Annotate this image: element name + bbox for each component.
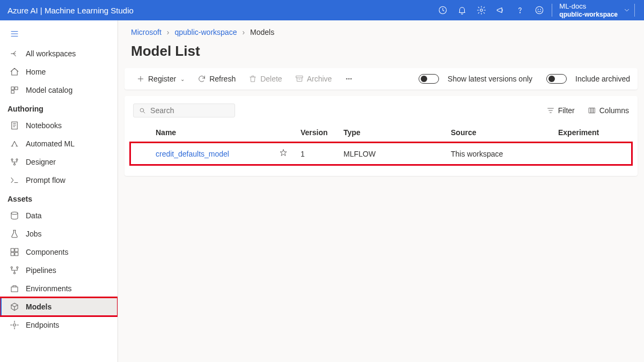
sidebar-section-authoring: Authoring bbox=[0, 99, 118, 116]
sidebar-item-label: Home bbox=[26, 68, 46, 76]
svg-point-13 bbox=[11, 212, 18, 215]
toggle-include-archived[interactable] bbox=[546, 74, 567, 84]
toggle-label: Include archived bbox=[575, 75, 630, 83]
model-link[interactable]: credit_defaults_model bbox=[156, 150, 229, 158]
components-icon bbox=[10, 247, 19, 257]
svg-rect-14 bbox=[11, 248, 14, 252]
automl-icon bbox=[10, 139, 19, 149]
svg-rect-21 bbox=[11, 287, 18, 292]
help-icon[interactable] bbox=[511, 2, 529, 19]
sidebar-item-promptflow[interactable]: Prompt flow bbox=[0, 171, 118, 189]
refresh-button[interactable]: Refresh bbox=[193, 71, 240, 86]
search-input[interactable] bbox=[150, 106, 229, 115]
environment-icon bbox=[10, 284, 19, 293]
cell-type: MLFLOW bbox=[337, 142, 444, 165]
col-source[interactable]: Source bbox=[444, 123, 552, 142]
col-version[interactable]: Version bbox=[294, 123, 337, 142]
archive-button: Archive bbox=[291, 71, 336, 86]
col-type[interactable]: Type bbox=[337, 123, 444, 142]
register-button[interactable]: Register ⌄ bbox=[132, 71, 189, 86]
sidebar-item-models[interactable]: Models bbox=[0, 298, 118, 316]
workspace-picker[interactable]: ML-docs qpublic-workspace bbox=[556, 2, 631, 18]
sidebar-item-jobs[interactable]: Jobs bbox=[0, 225, 118, 243]
more-button[interactable] bbox=[340, 71, 357, 86]
svg-point-1 bbox=[480, 9, 483, 12]
sidebar-item-environments[interactable]: Environments bbox=[0, 279, 118, 298]
star-icon bbox=[279, 149, 288, 157]
sidebar-item-label: Environments bbox=[26, 284, 72, 293]
sidebar-item-designer[interactable]: Designer bbox=[0, 153, 118, 171]
home-icon bbox=[10, 67, 19, 77]
search-icon bbox=[139, 107, 146, 115]
svg-point-22 bbox=[13, 324, 16, 327]
button-label: Filter bbox=[558, 106, 575, 115]
svg-rect-16 bbox=[11, 253, 14, 256]
svg-point-5 bbox=[540, 9, 541, 10]
button-label: Columns bbox=[599, 106, 629, 115]
sidebar-item-label: Endpoints bbox=[26, 321, 59, 329]
sidebar-item-label: Automated ML bbox=[26, 139, 75, 148]
svg-point-25 bbox=[348, 78, 349, 79]
user-label: ML-docs bbox=[559, 2, 618, 11]
button-label: Register bbox=[148, 75, 176, 83]
crumb-workspace[interactable]: qpublic-workspace bbox=[174, 28, 237, 36]
svg-point-26 bbox=[350, 78, 352, 79]
pipeline-icon bbox=[10, 265, 19, 275]
model-list-panel: Filter Columns Name Version Type bbox=[125, 96, 638, 176]
hamburger-icon[interactable] bbox=[0, 25, 118, 45]
svg-rect-28 bbox=[589, 108, 590, 113]
svg-point-3 bbox=[536, 6, 544, 14]
col-name[interactable]: Name bbox=[149, 123, 273, 142]
page-title: Model List bbox=[118, 39, 644, 68]
col-experiment[interactable]: Experiment bbox=[552, 123, 632, 142]
sidebar-item-label: Jobs bbox=[26, 230, 42, 238]
sidebar-item-automl[interactable]: Automated ML bbox=[0, 135, 118, 153]
sidebar-item-data[interactable]: Data bbox=[0, 206, 118, 225]
cell-version: 1 bbox=[294, 142, 337, 165]
sidebar-item-label: Notebooks bbox=[26, 121, 62, 130]
table-row[interactable]: credit_defaults_model 1 MLFLOW This work… bbox=[130, 142, 632, 165]
sidebar-item-model-catalog[interactable]: Model catalog bbox=[0, 81, 118, 99]
toggle-latest-versions[interactable] bbox=[419, 74, 439, 84]
workspace-label: qpublic-workspace bbox=[559, 11, 618, 18]
sidebar-item-home[interactable]: Home bbox=[0, 63, 118, 81]
megaphone-icon[interactable] bbox=[492, 2, 509, 19]
sidebar: All workspaces Home Model catalog Author… bbox=[0, 20, 118, 362]
gear-icon[interactable] bbox=[473, 2, 490, 19]
crumb-microsoft[interactable]: Microsoft bbox=[131, 28, 162, 36]
sidebar-item-components[interactable]: Components bbox=[0, 243, 118, 261]
favorite-star[interactable] bbox=[273, 142, 294, 165]
filter-button[interactable]: Filter bbox=[546, 106, 575, 115]
svg-rect-7 bbox=[15, 87, 18, 90]
button-label: Delete bbox=[260, 75, 282, 83]
flask-icon bbox=[10, 229, 19, 239]
sidebar-item-label: Components bbox=[26, 248, 68, 256]
button-label: Refresh bbox=[209, 75, 236, 83]
top-bar: Azure AI | Machine Learning Studio ML-do… bbox=[0, 0, 644, 20]
svg-point-4 bbox=[538, 9, 539, 10]
sidebar-item-notebooks[interactable]: Notebooks bbox=[0, 116, 118, 135]
sidebar-item-label: Pipelines bbox=[26, 266, 56, 275]
sidebar-item-label: Model catalog bbox=[26, 86, 72, 94]
chevron-right-icon: › bbox=[167, 28, 170, 36]
svg-rect-15 bbox=[15, 248, 18, 252]
clock-icon[interactable] bbox=[434, 2, 451, 19]
sidebar-item-label: All workspaces bbox=[26, 49, 76, 58]
more-icon bbox=[345, 75, 353, 83]
sidebar-item-pipelines[interactable]: Pipelines bbox=[0, 261, 118, 279]
sidebar-item-endpoints[interactable]: Endpoints bbox=[0, 316, 118, 334]
svg-rect-6 bbox=[11, 87, 14, 90]
sidebar-item-label: Models bbox=[26, 302, 52, 311]
sidebar-item-label: Data bbox=[26, 211, 42, 220]
notebook-icon bbox=[10, 121, 19, 130]
svg-rect-17 bbox=[15, 253, 18, 256]
columns-button[interactable]: Columns bbox=[588, 106, 629, 115]
bell-icon[interactable] bbox=[453, 2, 471, 19]
svg-rect-30 bbox=[593, 108, 595, 113]
designer-icon bbox=[10, 157, 19, 167]
search-box[interactable] bbox=[133, 104, 235, 117]
trash-icon bbox=[248, 75, 257, 83]
svg-point-24 bbox=[346, 78, 347, 79]
smile-icon[interactable] bbox=[531, 2, 548, 19]
sidebar-item-all-workspaces[interactable]: All workspaces bbox=[0, 45, 118, 63]
